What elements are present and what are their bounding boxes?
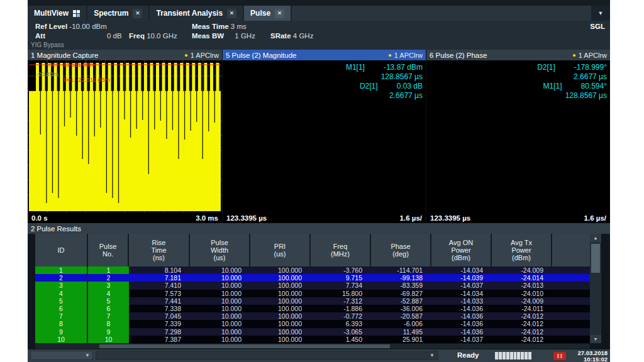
tab-multiview[interactable]: MultiView <box>28 6 86 21</box>
window-select-dropdown[interactable]: ▼ <box>30 351 93 360</box>
ref-level-field[interactable]: Ref Level -10.00 dBm <box>35 23 107 30</box>
column-header[interactable]: Freq (MHz) <box>311 234 371 266</box>
table-cell: 7.573 <box>129 290 190 297</box>
screen: MultiView Spectrum ✕ Transient Analysis … <box>0 0 644 362</box>
trace-tag: ● 1 APClrw <box>184 52 219 59</box>
column-header[interactable]: PRI (us) <box>250 234 311 266</box>
table-cell: -7.312 <box>311 297 371 305</box>
table-cell: 5 <box>88 297 129 305</box>
panel-pulse-phase: 6 Pulse (2) Phase ● 1 APClrw D2[1]-178.9… <box>426 50 610 223</box>
table-cell-empty <box>552 274 590 282</box>
table-cell: 7.181 <box>129 274 190 282</box>
tab-transient-analysis[interactable]: Transient Analysis ✕ <box>150 6 243 21</box>
table-row[interactable]: 118.10410.000100.000-3.760-114.701-14.03… <box>35 266 590 274</box>
table-row[interactable]: 447.57310.000100.00015.800-69.827-14.034… <box>35 290 590 297</box>
column-header[interactable]: Phase (deg) <box>371 234 431 266</box>
column-header[interactable]: Rise Time (ns) <box>129 234 190 266</box>
table-cell: 6 <box>88 305 129 312</box>
panel-title: 6 Pulse (2) Phase <box>430 52 487 59</box>
table-cell: 8 <box>35 320 88 327</box>
scroll-down-icon[interactable]: ▼ <box>590 335 601 343</box>
scroll-up-icon[interactable]: ▲ <box>590 234 601 242</box>
table-cell: -24.012 <box>492 328 552 336</box>
table-row[interactable]: 667.33810.000100.000-1.886-36.006-14.036… <box>35 305 590 312</box>
table-cell: 9.715 <box>311 274 371 282</box>
table-cell: -14.034 <box>431 266 492 274</box>
table-cell: 8.104 <box>129 266 190 274</box>
status-message-dropdown[interactable]: ▼ <box>96 351 438 360</box>
tab-overflow-menu-button[interactable]: ▼ <box>591 6 610 21</box>
table-vertical-scrollbar[interactable]: ▲ ▼ <box>590 234 601 343</box>
table-row[interactable]: 997.29810.000100.000-3.06511.495-14.036-… <box>35 328 590 336</box>
table-row[interactable]: 887.33910.000100.0006.393-6.006-14.036-2… <box>35 320 590 327</box>
table-cell: 4 <box>35 290 88 297</box>
table-horizontal-scrollbar[interactable] <box>35 344 590 349</box>
column-header[interactable]: Avg ON Power (dBm) <box>431 234 492 266</box>
table-cell-empty <box>552 297 590 305</box>
table-row[interactable]: 10107.38710.000100.0001.45025.901-14.037… <box>35 336 590 343</box>
panel-pulse-magnitude-titlebar[interactable]: 5 Pulse (2) Magnitude ● 1 APClrw <box>223 50 426 60</box>
table-cell: 1 <box>35 266 88 274</box>
panel-magnitude-capture-titlebar[interactable]: 1 Magnitude Capture ● 1 APClrw <box>28 50 222 60</box>
column-header[interactable]: Avg Tx Power (dBm) <box>492 234 552 266</box>
ready-status: Ready <box>457 351 479 359</box>
x-axis-start: 123.3395 µs <box>430 214 470 222</box>
table-cell: 2 <box>88 274 129 282</box>
horizontal-scroll-thumb[interactable] <box>99 344 390 348</box>
table-cell: 9 <box>88 328 129 336</box>
close-icon[interactable]: ✕ <box>275 9 284 18</box>
system-message-icon[interactable] <box>553 352 566 360</box>
table-cell: -14.036 <box>431 305 492 312</box>
column-header[interactable]: ID <box>35 234 88 266</box>
column-header[interactable]: Pulse No. <box>88 234 129 266</box>
pulse-phase-plot[interactable]: D2[1]-178.999° 2.6677 µs M1[1]80.594° 12… <box>426 60 610 212</box>
single-sweep-indicator: SGL <box>590 23 605 30</box>
table-cell: -14.037 <box>431 282 492 289</box>
table-cell: -114.701 <box>371 266 431 274</box>
table-cell: -83.359 <box>371 282 431 289</box>
table-cell: -6.006 <box>371 320 431 327</box>
magnitude-capture-plot[interactable]: Ref. -12.511 dBm -20 dBm Det. -22.511 dB… <box>28 60 222 212</box>
table-cell-empty <box>552 336 590 343</box>
yig-bypass-indicator: YIG Bypass <box>31 41 64 48</box>
table-cell: 7.339 <box>129 320 190 327</box>
table-row[interactable]: 777.04510.000100.000-0.772-20.587-14.036… <box>35 312 590 320</box>
close-icon[interactable]: ✕ <box>133 9 142 18</box>
analyzer-app-window: MultiView Spectrum ✕ Transient Analysis … <box>28 0 610 362</box>
tab-pulse[interactable]: Pulse ✕ <box>244 6 291 21</box>
vertical-scroll-thumb[interactable] <box>591 244 600 273</box>
sweep-progress-bar <box>495 352 531 359</box>
trace-dot-icon: ● <box>572 52 575 58</box>
status-bar: ▼ ▼ Ready 27.03.2018 10:15:02 <box>28 349 610 362</box>
freq-field[interactable]: Freq 10.0 GHz <box>129 32 177 40</box>
meas-time-field[interactable]: Meas Time 3 ms <box>192 23 247 30</box>
table-row[interactable]: 557.44110.000100.000-7.312-52.887-14.033… <box>35 297 590 305</box>
panel-pulse-phase-titlebar[interactable]: 6 Pulse (2) Phase ● 1 APClrw <box>426 50 610 60</box>
att-field[interactable]: Att <box>35 32 45 40</box>
pulse-results-titlebar[interactable]: 2 Pulse Results <box>28 223 610 234</box>
table-cell: -52.887 <box>371 297 431 305</box>
tab-spectrum[interactable]: Spectrum ✕ <box>87 6 148 21</box>
pulse-results-table: IDPulse No.Rise Time (ns)Pulse Width (us… <box>35 234 590 343</box>
table-cell: 15.800 <box>311 290 371 297</box>
table-cell: -3.760 <box>311 266 371 274</box>
pulse-magnitude-plot[interactable]: M1[1]-13.87 dBm 128.8567 µs D2[1]0.03 dB… <box>223 60 426 212</box>
close-icon[interactable]: ✕ <box>227 9 236 18</box>
table-cell: 7.387 <box>129 336 190 343</box>
table-cell: 10.000 <box>190 328 250 336</box>
att-value[interactable]: 0 dB <box>107 32 122 40</box>
table-row[interactable]: 337.41010.000100.0007.734-83.359-14.037-… <box>35 282 590 289</box>
chart-panels-row: 1 Magnitude Capture ● 1 APClrw Ref. -12.… <box>28 50 610 223</box>
table-row[interactable]: 227.18110.000100.0009.715-99.138-14.039-… <box>35 274 590 282</box>
table-cell-empty <box>552 320 590 327</box>
table-cell: -24.011 <box>492 305 552 312</box>
table-cell: -3.065 <box>311 328 371 336</box>
meas-bw-field[interactable]: Meas BW 1 GHz <box>192 32 255 40</box>
tab-bar-filler <box>292 6 591 21</box>
table-cell: 10.000 <box>190 274 250 282</box>
column-header[interactable]: Pulse Width (us) <box>190 234 250 266</box>
table-cell: 10.000 <box>190 312 250 320</box>
table-cell: 10.000 <box>190 282 250 289</box>
channel-tab-bar: MultiView Spectrum ✕ Transient Analysis … <box>28 6 610 21</box>
srate-field[interactable]: SRate 4 GHz <box>270 32 313 40</box>
